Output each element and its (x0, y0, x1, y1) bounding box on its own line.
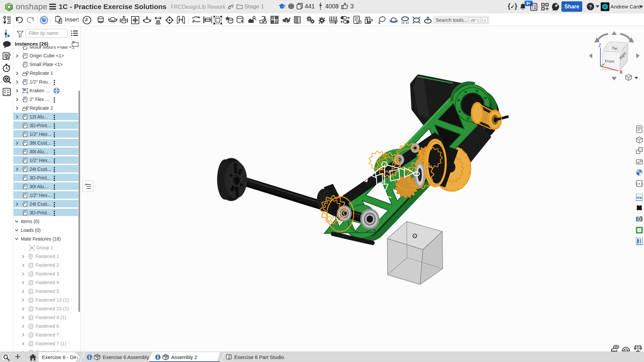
svg-text:Z: Z (598, 43, 601, 48)
svg-text:(x): (x) (636, 182, 643, 186)
svg-text:?: ? (589, 4, 592, 9)
svg-text:Top: Top (611, 46, 618, 50)
svg-text:Front: Front (605, 59, 614, 64)
svg-text:MK: MK (636, 196, 643, 200)
svg-text:X: X (620, 69, 623, 75)
